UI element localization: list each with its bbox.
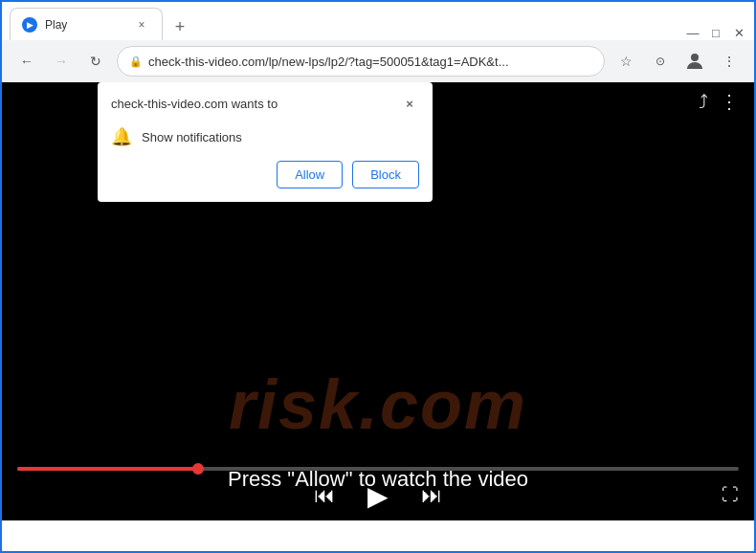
tab-close-button[interactable]: × [133, 16, 150, 33]
video-content-area: risk.com ⤴ ⋮ check-this-video.com wants … [2, 82, 754, 520]
close-window-button[interactable]: ✕ [731, 25, 746, 40]
nav-bar: ← → ↻ 🔒 check-this-video.com/lp/new-lps/… [2, 40, 754, 82]
dialog-title: check-this-video.com wants to [111, 97, 278, 111]
dialog-buttons: Allow Block [98, 161, 433, 202]
forward-button[interactable]: → [48, 48, 75, 75]
notification-permission-dialog: check-this-video.com wants to × 🔔 Show n… [98, 82, 433, 202]
block-button[interactable]: Block [352, 161, 419, 188]
profile-icon[interactable] [681, 48, 708, 75]
dialog-header: check-this-video.com wants to × [98, 82, 433, 121]
dialog-notification-row: 🔔 Show notifications [98, 121, 433, 161]
tab-favicon: ▶ [22, 17, 37, 33]
video-top-right-icons: ⤴ ⋮ [699, 90, 739, 113]
download-icon[interactable]: ⊙ [647, 48, 674, 75]
video-watermark: risk.com [229, 365, 527, 444]
address-bar[interactable]: 🔒 check-this-video.com/lp/new-lps/lp2/?t… [117, 46, 605, 77]
video-caption: Press "Allow" to watch the video [2, 467, 754, 492]
active-tab[interactable]: ▶ Play × [10, 8, 163, 40]
bell-icon: 🔔 [111, 126, 132, 147]
tab-title: Play [45, 18, 125, 32]
minimize-button[interactable]: — [685, 25, 700, 40]
share-icon[interactable]: ⤴ [699, 91, 708, 113]
bookmark-icon[interactable]: ☆ [612, 48, 639, 75]
new-tab-button[interactable]: + [167, 13, 193, 40]
back-button[interactable]: ← [13, 48, 40, 75]
notification-label: Show notifications [142, 130, 242, 144]
lock-icon: 🔒 [129, 55, 143, 68]
address-text: check-this-video.com/lp/new-lps/lp2/?tag… [148, 55, 592, 69]
allow-button[interactable]: Allow [277, 161, 343, 188]
dialog-close-button[interactable]: × [400, 94, 419, 113]
browser-window: ▶ Play × + — □ ✕ ← → ↻ 🔒 check-this-vide… [2, 2, 754, 520]
reload-button[interactable]: ↻ [82, 48, 109, 75]
tab-bar: ▶ Play × + — □ ✕ [2, 2, 754, 40]
window-controls: — □ ✕ [685, 25, 746, 40]
more-options-icon[interactable]: ⋮ [720, 90, 739, 113]
maximize-button[interactable]: □ [708, 25, 723, 40]
browser-menu-icon[interactable]: ⋮ [716, 48, 743, 75]
svg-point-0 [691, 54, 699, 61]
